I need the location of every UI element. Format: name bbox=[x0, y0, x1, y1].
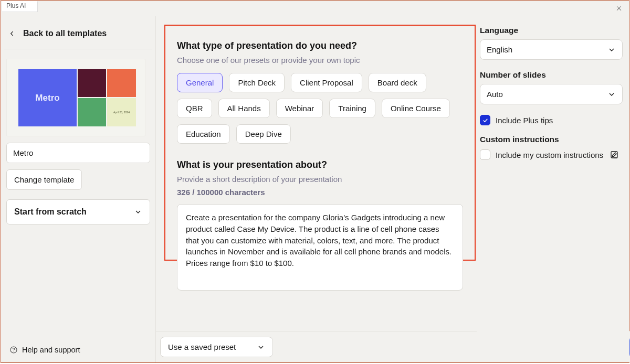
slides-label: Number of slides bbox=[480, 70, 623, 80]
thumb-tile-green bbox=[78, 98, 106, 126]
template-name-field[interactable]: Metro bbox=[6, 143, 150, 163]
preset-chip[interactable]: Deep Dive bbox=[236, 124, 291, 144]
chevron-down-icon bbox=[607, 46, 616, 54]
description-textarea[interactable] bbox=[177, 204, 463, 291]
main-panel: What type of presentation do you need? C… bbox=[156, 16, 477, 362]
include-custom-instructions-label: Include my custom instructions bbox=[496, 151, 603, 159]
start-from-scratch-select[interactable]: Start from scratch bbox=[6, 199, 150, 224]
preset-chip[interactable]: Education bbox=[177, 124, 230, 144]
thumb-title: Metro bbox=[35, 93, 59, 103]
custom-instructions-heading: Custom instructions bbox=[480, 135, 623, 144]
chevron-down-icon bbox=[257, 343, 265, 351]
app-title: Plus AI bbox=[2, 1, 38, 12]
thumb-tile-maroon bbox=[78, 69, 106, 97]
preset-chip[interactable]: Webinar bbox=[276, 99, 323, 118]
help-and-support[interactable]: Help and support bbox=[9, 346, 80, 354]
chevron-left-icon bbox=[8, 30, 16, 37]
template-thumbnail[interactable]: Metro April 26, 2024 bbox=[6, 59, 145, 136]
language-select[interactable]: English bbox=[480, 39, 623, 60]
back-to-templates[interactable]: Back to all templates bbox=[4, 22, 152, 49]
change-template-button[interactable]: Change template bbox=[6, 169, 82, 190]
saved-preset-label: Use a saved preset bbox=[168, 342, 236, 351]
thumb-tile-orange bbox=[107, 69, 136, 97]
preset-chip[interactable]: Online Course bbox=[382, 99, 450, 118]
preset-chip[interactable]: General bbox=[177, 73, 223, 92]
language-label: Language bbox=[480, 26, 623, 35]
help-icon bbox=[9, 346, 18, 354]
start-from-scratch-label: Start from scratch bbox=[14, 207, 87, 217]
include-custom-instructions-checkbox[interactable] bbox=[480, 149, 490, 160]
thumb-date: April 26, 2024 bbox=[113, 111, 130, 114]
include-plus-tips-label: Include Plus tips bbox=[496, 116, 553, 125]
thumb-tile-cream: April 26, 2024 bbox=[107, 98, 136, 126]
edit-icon[interactable] bbox=[610, 150, 619, 159]
slides-value: Auto bbox=[487, 90, 503, 99]
include-plus-tips-row[interactable]: Include Plus tips bbox=[480, 115, 623, 125]
presentation-type-sub: Choose one of our presets or provide you… bbox=[177, 56, 463, 65]
preset-chip-group: GeneralPitch DeckClient ProposalBoard de… bbox=[177, 73, 463, 144]
presentation-type-heading: What type of presentation do you need? bbox=[177, 40, 463, 51]
language-value: English bbox=[487, 45, 512, 54]
highlighted-region: What type of presentation do you need? C… bbox=[164, 25, 476, 261]
titlebar: Plus AI bbox=[1, 1, 629, 16]
saved-preset-select[interactable]: Use a saved preset bbox=[160, 337, 273, 357]
character-counter: 326 / 100000 characters bbox=[177, 188, 463, 197]
preset-chip[interactable]: Board deck bbox=[369, 73, 426, 92]
preset-chip[interactable]: All Hands bbox=[218, 99, 270, 118]
check-icon bbox=[482, 117, 489, 124]
chevron-down-icon bbox=[607, 90, 616, 99]
left-sidebar: Back to all templates Metro April 26, 20… bbox=[1, 16, 156, 362]
include-plus-tips-checkbox[interactable] bbox=[480, 115, 490, 125]
svg-point-1 bbox=[14, 351, 14, 352]
preset-chip[interactable]: Pitch Deck bbox=[229, 73, 285, 92]
preset-chip[interactable]: Client Proposal bbox=[291, 73, 362, 92]
preset-chip[interactable]: Training bbox=[329, 99, 375, 118]
thumb-tile-blue: Metro bbox=[18, 69, 77, 126]
presentation-about-heading: What is your presentation about? bbox=[177, 159, 463, 170]
slides-select[interactable]: Auto bbox=[480, 84, 623, 104]
close-icon bbox=[615, 5, 623, 12]
preset-chip[interactable]: QBR bbox=[177, 99, 212, 118]
presentation-about-sub: Provide a short description of your pres… bbox=[177, 175, 463, 184]
close-button[interactable] bbox=[614, 4, 624, 13]
help-label: Help and support bbox=[22, 346, 80, 354]
right-sidebar: Language English Number of slides Auto I… bbox=[477, 16, 629, 362]
back-label: Back to all templates bbox=[23, 29, 107, 38]
chevron-down-icon bbox=[134, 208, 142, 216]
include-custom-instructions-row[interactable]: Include my custom instructions bbox=[480, 149, 623, 160]
